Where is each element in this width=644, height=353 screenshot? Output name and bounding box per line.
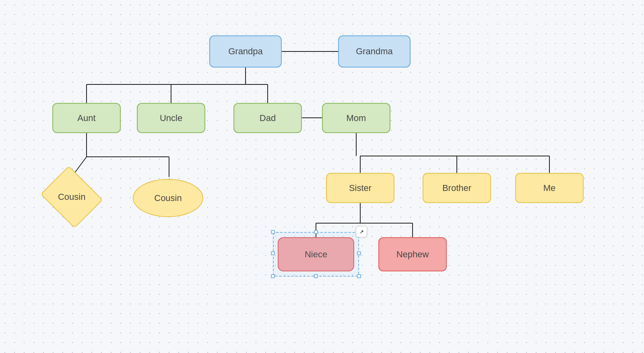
mom-node[interactable]: Mom [322, 103, 390, 133]
niece-node[interactable]: Niece [278, 237, 354, 271]
dad-node[interactable]: Dad [233, 103, 302, 133]
me-label: Me [543, 183, 556, 193]
context-action-icon[interactable]: ↗ [356, 226, 367, 237]
brother-label: Brother [442, 183, 471, 193]
uncle-label: Uncle [160, 113, 182, 123]
grandma-node[interactable]: Grandma [338, 35, 411, 68]
cousin2-node[interactable]: Cousin [133, 179, 203, 217]
nephew-node[interactable]: Nephew [378, 237, 447, 271]
cousin1-label: Cousin [58, 192, 85, 202]
grandpa-node[interactable]: Grandpa [209, 35, 282, 68]
cousin1-node[interactable]: Cousin [40, 166, 103, 228]
handle-tl[interactable] [271, 230, 275, 234]
handle-mr[interactable] [357, 251, 361, 255]
sister-label: Sister [349, 183, 372, 193]
brother-node[interactable]: Brother [423, 173, 491, 203]
grandpa-label: Grandpa [228, 46, 263, 57]
me-node[interactable]: Me [515, 173, 584, 203]
share-icon: ↗ [359, 229, 364, 235]
mom-label: Mom [347, 113, 366, 123]
cousin2-label: Cousin [154, 193, 182, 203]
uncle-node[interactable]: Uncle [137, 103, 205, 133]
sister-node[interactable]: Sister [326, 173, 394, 203]
handle-br[interactable] [357, 274, 361, 278]
aunt-label: Aunt [77, 113, 95, 123]
handle-ml[interactable] [271, 251, 275, 255]
grandma-label: Grandma [356, 46, 393, 57]
aunt-node[interactable]: Aunt [52, 103, 121, 133]
niece-label: Niece [305, 249, 327, 260]
dad-label: Dad [260, 113, 276, 123]
nephew-label: Nephew [396, 249, 429, 260]
handle-bm[interactable] [314, 274, 318, 278]
handle-tm[interactable] [314, 230, 318, 234]
handle-bl[interactable] [271, 274, 275, 278]
diagram-canvas[interactable]: Grandpa Grandma Aunt Uncle Dad Mom Cousi… [0, 0, 644, 353]
